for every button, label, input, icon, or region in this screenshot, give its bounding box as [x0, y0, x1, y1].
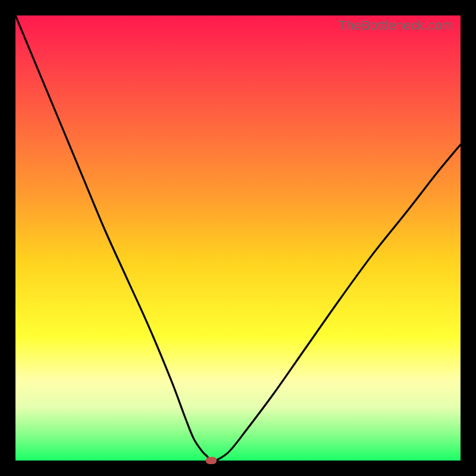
chart-frame: TheBottleneck.com: [0, 0, 476, 476]
plot-area: TheBottleneck.com: [15, 15, 461, 461]
bottleneck-curve: [15, 15, 461, 461]
minimum-marker: [206, 457, 217, 464]
